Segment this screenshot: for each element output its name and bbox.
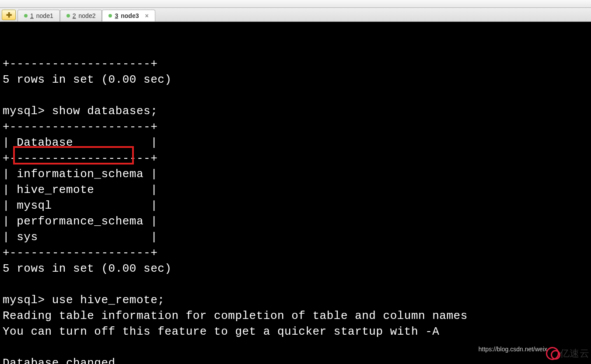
logo-icon xyxy=(546,347,559,360)
tab-number: 2 xyxy=(73,12,76,19)
close-icon[interactable]: × xyxy=(145,12,149,19)
watermark-url: https://blog.csdn.net/weix xyxy=(479,341,547,357)
tab-label: node1 xyxy=(36,12,53,19)
new-tab-button[interactable]: ✚ xyxy=(2,10,16,20)
tab-bar: ✚ 1 node12 node23 node3× xyxy=(0,8,591,22)
tab-number: 3 xyxy=(115,12,118,19)
tab-label: node3 xyxy=(121,12,139,19)
tab-number: 1 xyxy=(30,12,34,19)
terminal-output[interactable]: +--------------------+ 5 rows in set (0.… xyxy=(0,22,591,364)
logo-text: 亿速云 xyxy=(560,346,590,361)
status-dot-icon xyxy=(66,14,70,18)
tab-label: node2 xyxy=(79,12,96,19)
tab-node1[interactable]: 1 node1 xyxy=(17,10,60,21)
status-dot-icon xyxy=(108,14,112,18)
watermark-logo: 亿速云 xyxy=(546,346,590,361)
app-toolbar xyxy=(0,0,591,8)
status-dot-icon xyxy=(24,14,28,18)
tab-node2[interactable]: 2 node2 xyxy=(60,10,102,21)
plus-icon: ✚ xyxy=(6,11,12,19)
tab-node3[interactable]: 3 node3× xyxy=(102,10,155,21)
